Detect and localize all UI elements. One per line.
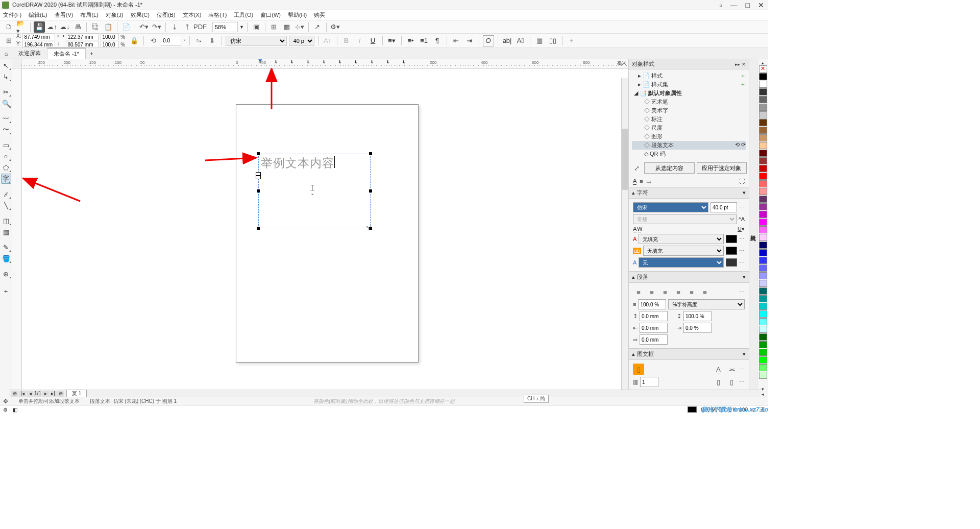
color-swatch[interactable]	[759, 196, 767, 203]
edit-text-icon[interactable]: ab|	[502, 35, 513, 46]
presets-icon[interactable]: ⊞	[3, 35, 14, 46]
palette-down-icon[interactable]: ▾	[762, 387, 764, 392]
from-selection-button[interactable]: 从选定内容	[644, 162, 695, 174]
color-swatch[interactable]	[759, 242, 767, 249]
text-tool-icon[interactable]: 字	[1, 174, 11, 184]
align-center-icon[interactable]: ≡	[646, 286, 657, 298]
scrollbar-horizontal[interactable]: ⊕ |◂ ◂ 1/1 ▸ ▸| ⊕ 页 1	[9, 390, 761, 397]
guides-icon[interactable]: ⊹▾	[294, 21, 305, 33]
color-swatch[interactable]	[759, 165, 767, 172]
polygon-tool-icon[interactable]: ⬠	[1, 162, 11, 173]
color-swatch[interactable]	[759, 364, 767, 371]
fill-select[interactable]: 无填充	[639, 234, 724, 244]
indent-left-input[interactable]	[640, 323, 668, 333]
copy-icon[interactable]: ⿻	[90, 21, 101, 33]
color-swatch[interactable]	[759, 150, 767, 157]
menu-window[interactable]: 窗口(W)	[260, 11, 281, 19]
page-num-icon[interactable]: 1/1	[34, 391, 41, 397]
color-swatch[interactable]	[759, 119, 767, 126]
color-swatch[interactable]	[759, 73, 767, 80]
minimize-icon[interactable]: —	[728, 1, 740, 9]
menu-bitmap[interactable]: 位图(B)	[157, 11, 176, 19]
lock-ratio-icon[interactable]: 🔒	[129, 35, 140, 46]
x-input[interactable]	[22, 33, 55, 40]
publish-icon[interactable]: PDF	[194, 21, 206, 33]
before-input[interactable]	[640, 311, 668, 321]
color-swatch[interactable]	[759, 326, 767, 333]
import-icon[interactable]: ⭳	[169, 21, 180, 33]
tree-arttext[interactable]: ◇ 美术字	[632, 106, 746, 115]
char-header[interactable]: ▴字符▾	[629, 187, 749, 199]
launch-icon[interactable]: ↗	[312, 21, 323, 33]
color-swatch[interactable]	[759, 310, 767, 318]
color-swatch[interactable]	[759, 226, 767, 233]
font-increase-icon[interactable]: A↑	[322, 35, 333, 46]
char-size-input[interactable]	[710, 202, 737, 212]
dropcap-icon[interactable]: ¶	[432, 35, 443, 46]
tree-styles[interactable]: ▸ 📄 样式 ＋	[632, 71, 746, 80]
menu-tools[interactable]: 工具(O)	[234, 11, 253, 19]
redo-icon[interactable]: ↷▾	[151, 21, 162, 33]
tree-graphic[interactable]: ◇ 图形	[632, 132, 746, 141]
add-page-end-icon[interactable]: ⊕	[57, 391, 64, 397]
first-page-icon[interactable]: |◂	[19, 391, 26, 397]
maximize-icon[interactable]: □	[744, 1, 752, 9]
color-swatch[interactable]	[759, 157, 767, 164]
color-swatch[interactable]	[759, 264, 767, 272]
bullets-icon[interactable]: ≡•	[405, 35, 416, 46]
zoom-tool-icon[interactable]: 🔍	[1, 98, 11, 108]
no-color-swatch[interactable]	[759, 65, 767, 73]
char-font-select[interactable]: 仿宋	[633, 202, 708, 212]
frame-tab-icon[interactable]: ▭	[646, 178, 651, 185]
doc-tab[interactable]: 未命名 -1*	[47, 47, 86, 59]
next-page-icon[interactable]: ▸	[42, 391, 49, 397]
w-input[interactable]	[66, 33, 99, 40]
indent-right-input[interactable]	[683, 323, 712, 333]
color-swatch[interactable]	[759, 295, 767, 302]
ruler-horizontal[interactable]: ┗ ┗ ┗ ┗ ┗ ┗ ┗ ┗ ┗ ┗ 毫米 -250-200-150-100-…	[21, 59, 628, 68]
rotate-icon[interactable]: ⟲	[148, 35, 159, 46]
sy-input[interactable]	[101, 41, 119, 48]
cols-input[interactable]	[640, 377, 658, 387]
color-swatch[interactable]	[759, 356, 767, 364]
underline-prop-icon[interactable]: U▾	[738, 226, 745, 232]
frame-more-icon[interactable]: ⋯	[739, 366, 745, 373]
outline-more-icon[interactable]: ⋯	[739, 259, 745, 266]
add-icon[interactable]: +	[566, 35, 577, 46]
color-swatch[interactable]	[759, 318, 767, 325]
color-swatch[interactable]	[759, 287, 767, 295]
frame-header[interactable]: ▴图文框▾	[629, 348, 749, 360]
align-right-icon[interactable]: ≡	[659, 286, 671, 298]
underline-icon[interactable]: U	[368, 35, 379, 46]
pick-tool-icon[interactable]: ↖	[1, 60, 11, 70]
print-icon[interactable]: 🖶	[72, 21, 83, 33]
zoom-input[interactable]	[212, 22, 238, 32]
color-swatch[interactable]	[759, 341, 767, 348]
align-justify-icon[interactable]: ≡	[673, 286, 684, 298]
tree-default[interactable]: ◢ 📑 默认对象属性	[632, 89, 746, 98]
handle-tr[interactable]	[369, 152, 372, 155]
menu-layout[interactable]: 布局(L)	[80, 11, 98, 19]
linespace-input[interactable]	[638, 299, 666, 309]
ime-indicator[interactable]: CH ♪ 简	[524, 395, 549, 403]
align-icon[interactable]: ≡▾	[386, 35, 398, 46]
scrollbar-vertical[interactable]	[621, 78, 628, 397]
fill-swatch[interactable]	[726, 235, 737, 243]
bg-more-icon[interactable]: ⋯	[739, 248, 745, 254]
tree-paratext[interactable]: ◇ 段落文本 ⟲ ⟳	[632, 141, 746, 150]
color-swatch[interactable]	[759, 96, 767, 103]
color-swatch[interactable]	[759, 88, 767, 95]
cloud-down-icon[interactable]: ☁↓	[59, 21, 70, 33]
frame-col-icon[interactable]: ▯	[633, 364, 644, 375]
fill-tool-icon[interactable]: 🪣	[1, 253, 11, 263]
color-swatch[interactable]	[759, 180, 767, 187]
tree-stylesets[interactable]: ▸ 📄 样式集 ＋	[632, 80, 746, 89]
frame-opt1-icon[interactable]: ▯	[713, 376, 724, 388]
docker-tab-strip[interactable]: 对象样式	[749, 59, 757, 397]
handle-bl[interactable]	[257, 227, 260, 230]
char-style-select[interactable]: 常规	[633, 214, 737, 224]
fullscreen-icon[interactable]: ▣	[251, 21, 262, 33]
clipboard-icon[interactable]: 📄	[120, 21, 132, 33]
options-icon[interactable]: ⚙▾	[330, 21, 341, 33]
color-swatch[interactable]	[759, 127, 767, 134]
